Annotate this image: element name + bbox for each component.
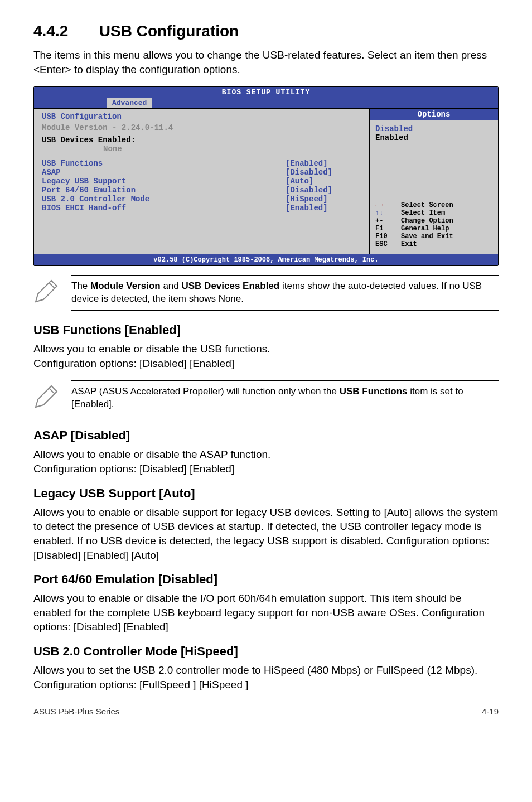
bios-row-value: [Disabled] — [286, 186, 364, 195]
note-text-part: USB Devices Enabled — [181, 281, 279, 291]
bios-row-label: USB 2.0 Controller Mode — [42, 195, 286, 204]
bios-key: ↑↓ — [375, 209, 401, 217]
bios-left-header: USB Configuration — [42, 112, 364, 121]
note-text-part: ASAP (ASUS Accelerated Propeller) will f… — [71, 386, 340, 397]
bios-row-value: [Enabled] — [286, 159, 364, 168]
bios-row: USB 2.0 Controller Mode [HiSpeed] — [42, 195, 364, 204]
bios-row-value: [Enabled] — [286, 204, 364, 212]
bios-key-desc: Save and Exit — [401, 233, 453, 240]
bios-key: F10 — [375, 233, 401, 240]
ctrlmode-p: Allows you to set the USB 2.0 controller… — [33, 663, 499, 692]
footer-left: ASUS P5B-Plus Series — [33, 707, 119, 716]
note-box: The Module Version and USB Devices Enabl… — [33, 275, 499, 311]
note-pencil-icon — [33, 275, 60, 306]
bios-row-label: Legacy USB Support — [42, 177, 286, 186]
bios-row-value: [Disabled] — [286, 168, 364, 177]
bios-key-desc: Exit — [401, 240, 417, 248]
asap-p1: Allows you to enable or disable the ASAP… — [33, 447, 499, 462]
bios-key: ESC — [375, 240, 401, 248]
bios-row-label: USB Functions — [42, 159, 286, 168]
note-box: ASAP (ASUS Accelerated Propeller) will f… — [33, 380, 499, 416]
bios-row: ASAP [Disabled] — [42, 168, 364, 177]
bios-copyright: v02.58 (C)Copyright 1985-2006, American … — [34, 254, 498, 265]
bios-option-enabled: Enabled — [375, 133, 492, 142]
note-text: ASAP (ASUS Accelerated Propeller) will f… — [71, 380, 499, 416]
section-number: 4.4.2 — [33, 22, 95, 40]
section-heading: 4.4.2 USB Configuration — [33, 22, 499, 40]
bios-row-label: BIOS EHCI Hand-off — [42, 204, 286, 212]
bios-devices-value: None — [42, 144, 364, 153]
bios-module-version: Module Version - 2.24.0-11.4 — [42, 123, 364, 132]
page-footer: ASUS P5B-Plus Series 4-19 — [33, 703, 499, 716]
bios-key-desc: Change Option — [401, 217, 453, 225]
asap-heading: ASAP [Disabled] — [33, 428, 499, 443]
bios-key: +- — [375, 217, 401, 225]
bios-right-panel: Options Disabled Enabled ←→Select Screen… — [370, 109, 498, 254]
intro-text: The items in this menu allows you to cha… — [33, 48, 499, 76]
bios-box: BIOS SETUP UTILITY Advanced USB Configur… — [33, 86, 499, 266]
footer-page-number: 4-19 — [482, 707, 499, 716]
usb-functions-p1: Allows you to enable or disable the USB … — [33, 342, 499, 356]
port-heading: Port 64/60 Emulation [Disabled] — [33, 572, 499, 587]
bios-row: BIOS EHCI Hand-off [Enabled] — [42, 204, 364, 212]
asap-p2: Configuration options: [Disabled] [Enabl… — [33, 462, 499, 476]
ctrlmode-heading: USB 2.0 Controller Mode [HiSpeed] — [33, 644, 499, 659]
note-text-part: and — [161, 281, 182, 291]
bios-title: BIOS SETUP UTILITY — [222, 88, 310, 96]
bios-devices-label: USB Devices Enabled: — [42, 136, 364, 144]
bios-key-desc: General Help — [401, 225, 449, 233]
bios-row: Legacy USB Support [Auto] — [42, 177, 364, 186]
bios-options-header: Options — [370, 109, 498, 120]
port-p: Allows you to enable or disable the I/O … — [33, 591, 499, 634]
bios-row: Port 64/60 Emulation [Disabled] — [42, 186, 364, 195]
bios-key-desc: Select Screen — [401, 201, 453, 209]
bios-key: F1 — [375, 225, 401, 233]
bios-tab-advanced: Advanced — [107, 98, 152, 108]
section-title: USB Configuration — [99, 22, 239, 40]
legacy-p: Allows you to enable or disable support … — [33, 505, 499, 563]
bios-key: ←→ — [375, 201, 401, 209]
bios-key-help: ←→Select Screen ↑↓Select Item +-Change O… — [375, 201, 492, 248]
bios-left-panel: USB Configuration Module Version - 2.24.… — [34, 109, 370, 254]
bios-row-value: [Auto] — [286, 177, 364, 186]
bios-row-label: Port 64/60 Emulation — [42, 186, 286, 195]
bios-key-desc: Select Item — [401, 209, 445, 217]
note-pencil-icon — [33, 380, 60, 412]
usb-functions-p2: Configuration options: [Disabled] [Enabl… — [33, 356, 499, 371]
bios-row: USB Functions [Enabled] — [42, 159, 364, 168]
note-text-part: Module Version — [90, 281, 161, 291]
note-text: The Module Version and USB Devices Enabl… — [71, 275, 499, 311]
bios-titlebar: BIOS SETUP UTILITY Advanced — [34, 87, 498, 108]
usb-functions-heading: USB Functions [Enabled] — [33, 323, 499, 337]
bios-option-disabled: Disabled — [375, 124, 492, 133]
note-text-part: USB Functions — [340, 386, 408, 397]
note-text-part: The — [71, 281, 90, 291]
bios-row-value: [HiSpeed] — [286, 195, 364, 204]
legacy-heading: Legacy USB Support [Auto] — [33, 486, 499, 501]
bios-row-label: ASAP — [42, 168, 286, 177]
